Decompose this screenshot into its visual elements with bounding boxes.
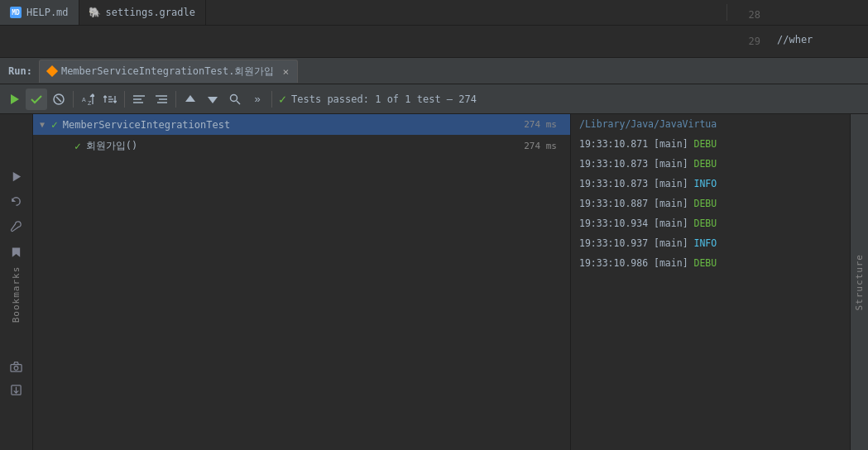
run-label: Run: [8, 65, 32, 77]
log-level-4: INFO [693, 178, 717, 189]
test-results-panel: ▼ ✓ MemberServiceIntegrationTest 274 ms … [33, 114, 571, 450]
play-button[interactable] [3, 89, 25, 110]
md-file-icon: MD [10, 7, 22, 18]
toolbar-divider-3 [175, 91, 176, 108]
test-row-child[interactable]: ✓ 회원가입() 274 ms [33, 135, 570, 157]
log-timestamp-8: 19:33:10.986 [579, 257, 654, 269]
sort-duration-button[interactable] [99, 89, 121, 110]
svg-line-18 [237, 101, 240, 104]
play-icon [7, 93, 21, 106]
sidebar-camera-icon [10, 361, 22, 373]
run-tab-name: MemberServiceIntegrationTest.회원가입 [61, 65, 275, 79]
align-left-icon [132, 93, 146, 106]
log-thread-7: [main] [654, 237, 693, 249]
scroll-up-button[interactable] [180, 89, 201, 110]
svg-marker-16 [208, 97, 218, 103]
tests-passed-check-icon: ✓ [279, 92, 286, 107]
log-thread-6: [main] [654, 218, 693, 229]
log-level-2: DEBU [693, 138, 717, 150]
log-thread-4: [main] [654, 178, 693, 189]
toolbar-divider-1 [73, 91, 74, 108]
align-left-button[interactable] [128, 89, 150, 110]
log-level-8: DEBU [693, 257, 717, 269]
import-icon-sidebar[interactable] [6, 379, 27, 400]
svg-point-17 [231, 94, 237, 101]
stop-icon [52, 93, 65, 106]
log-line-5: 19:33:10.887 [main] DEBU [571, 194, 850, 213]
log-timestamp-7: 19:33:10.937 [579, 237, 654, 249]
tests-passed-text: Tests passed: 1 of 1 test – 274 [291, 93, 477, 105]
log-line-8: 19:33:10.986 [main] DEBU [571, 253, 850, 273]
sidebar-run-icon [10, 170, 22, 183]
test-row-parent[interactable]: ▼ ✓ MemberServiceIntegrationTest 274 ms [33, 114, 570, 135]
run-tab[interactable]: MemberServiceIntegrationTest.회원가입 × [39, 60, 298, 83]
run-tab-bar: Run: MemberServiceIntegrationTest.회원가입 × [0, 58, 868, 84]
parent-test-time: 274 ms [524, 119, 557, 130]
log-line-7: 19:33:10.937 [main] INFO [571, 233, 850, 253]
log-timestamp-2: 19:33:10.871 [579, 138, 654, 150]
log-thread-8: [main] [654, 257, 693, 269]
check-icon [30, 93, 43, 106]
file-tab-help-md[interactable]: MD HELP.md [0, 0, 79, 25]
run-icon-sidebar[interactable] [6, 166, 27, 188]
log-thread-2: [main] [654, 138, 693, 150]
gradle-file-icon: 🐘 [89, 7, 101, 18]
bookmark-icon-sidebar[interactable] [6, 242, 27, 263]
down-arrow-icon [206, 93, 219, 106]
scroll-down-button[interactable] [202, 89, 223, 110]
log-level-5: DEBU [693, 198, 717, 209]
toolbar-divider-4 [271, 91, 272, 108]
svg-marker-0 [11, 94, 19, 104]
svg-marker-19 [13, 172, 21, 181]
run-tab-close-button[interactable]: × [282, 65, 289, 78]
child-test-name: 회원가입() [86, 139, 519, 153]
parent-test-name: MemberServiceIntegrationTest [63, 119, 519, 131]
svg-marker-20 [12, 247, 20, 256]
log-line-6: 19:33:10.934 [main] DEBU [571, 213, 850, 233]
structure-label: Structure [854, 254, 865, 311]
log-line-3: 19:33:10.873 [main] DEBU [571, 154, 850, 174]
parent-test-check-icon: ✓ [51, 118, 58, 131]
log-timestamp-4: 19:33:10.873 [579, 178, 654, 189]
log-line-4: 19:33:10.873 [main] INFO [571, 174, 850, 194]
tests-passed-status: ✓ Tests passed: 1 of 1 test – 274 [279, 92, 477, 107]
file-tab-gradle-label: settings.gradle [106, 7, 195, 18]
camera-icon-sidebar[interactable] [6, 356, 27, 377]
log-panel: /Library/Java/JavaVirtua 19:33:10.871 [m… [571, 114, 850, 450]
log-line-1: /Library/Java/JavaVirtua [571, 114, 850, 134]
log-timestamp-5: 19:33:10.887 [579, 198, 654, 209]
more-button[interactable]: » [247, 89, 268, 110]
wrench-icon-sidebar[interactable] [6, 216, 27, 237]
sort-az-icon: A Z [81, 93, 94, 106]
align-right-button[interactable] [151, 89, 172, 110]
line-number-28: 28 [749, 9, 760, 21]
log-thread-3: [main] [654, 158, 693, 170]
up-arrow-icon [184, 93, 197, 106]
svg-text:A: A [82, 97, 86, 103]
log-line-2: 19:33:10.871 [main] DEBU [571, 134, 850, 154]
child-test-check-icon: ✓ [74, 140, 81, 152]
log-level-6: DEBU [693, 218, 717, 229]
run-toolbar: A Z [0, 84, 868, 114]
bookmarks-label-container: Bookmarks [6, 242, 27, 323]
sidebar-import-icon [10, 384, 22, 396]
svg-marker-15 [185, 95, 195, 102]
line-number-29: 29 [749, 36, 760, 47]
right-sidebar: Structure [850, 114, 868, 450]
log-thread-5: [main] [654, 198, 693, 209]
check-button[interactable] [26, 89, 47, 110]
file-tab-settings-gradle[interactable]: 🐘 settings.gradle [79, 0, 206, 25]
sidebar-wrench-icon [10, 220, 22, 232]
log-level-7: INFO [693, 237, 717, 249]
file-tab-help-label: HELP.md [26, 7, 69, 18]
sort-az-button[interactable]: A Z [77, 89, 98, 110]
stop-button[interactable] [48, 89, 70, 110]
log-path-text: /Library/Java/JavaVirtua [579, 118, 717, 130]
child-test-time: 274 ms [524, 141, 557, 151]
search-icon [228, 93, 242, 106]
chevron-down-icon: ▼ [40, 120, 45, 129]
run-tab-diamond-icon [46, 65, 58, 77]
search-button[interactable] [224, 89, 246, 110]
rerun-icon-sidebar[interactable] [6, 191, 27, 213]
sidebar-bookmark-icon [10, 246, 22, 258]
